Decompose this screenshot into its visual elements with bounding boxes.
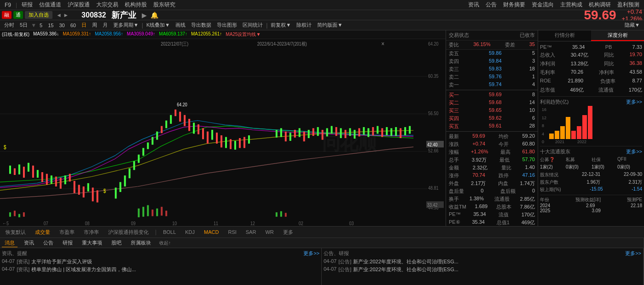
svg-text:✕: ✕ (381, 41, 384, 47)
msg-tab-news[interactable]: 消息 (2, 239, 17, 247)
svg-rect-35 (87, 183, 89, 192)
indicator-pe[interactable]: 市盈率 (56, 228, 78, 237)
sell-1-row: 卖一 59.74 4 (446, 81, 538, 89)
nav-research[interactable]: 研报 (19, 0, 35, 9)
svg-rect-117 (147, 205, 149, 216)
news-right-more[interactable]: 更多>> (625, 250, 641, 257)
svg-rect-33 (78, 185, 80, 194)
indicator-sar[interactable]: SAR (242, 228, 260, 236)
shareholders-section: 十大流通股东 更多>> 公募❓ 私募 社保 QFII 1家(2) 0家(0) 1… (540, 146, 642, 193)
nav-shareholder-research[interactable]: 股东研究 (151, 0, 178, 9)
market-cap-row: 总市值 469亿 流通值 170亿 (540, 86, 642, 94)
svg-rect-112 (14, 211, 16, 216)
toolbar-15min[interactable]: 15 (46, 22, 56, 29)
svg-rect-34 (83, 186, 85, 198)
svg-rect-76 (308, 130, 310, 138)
svg-rect-19 (14, 169, 16, 175)
svg-text:60.35: 60.35 (428, 73, 439, 79)
tab-deep-analysis[interactable]: 深度分析 (591, 30, 644, 41)
toolbar-kline-overlay[interactable]: K线叠加▼ (144, 21, 172, 29)
sell-3-row: 卖三 59.83 18 (446, 65, 538, 73)
toolbar-ex-rights[interactable]: 除权计 (294, 21, 314, 29)
svg-text:52.66: 52.66 (428, 148, 439, 153)
toolbar-5day[interactable]: 5日 (17, 21, 30, 29)
msg-tab-major[interactable]: 重大事项 (79, 239, 105, 247)
svg-rect-66 (239, 138, 241, 148)
msg-tab-announce[interactable]: 公告 (41, 239, 56, 247)
btn-rong[interactable]: 融 (2, 11, 12, 19)
toolbar-more-period[interactable]: 更多周期▼ (111, 21, 141, 29)
stat-zuixin: 最新 59.69 均价 59.20 (449, 133, 535, 140)
svg-rect-96 (400, 128, 401, 138)
svg-rect-75 (303, 132, 305, 141)
indicator-more[interactable]: 更多 (279, 228, 297, 237)
btn-tong[interactable]: 通 (13, 11, 23, 19)
toolbar-fenshi[interactable]: 分时 (2, 21, 17, 29)
tab-market-analysis[interactable]: 行情分析 (538, 30, 591, 41)
nav-valuation[interactable]: 估值通道 (36, 0, 64, 9)
ma250-label: MA25设置均线▼ (226, 31, 261, 38)
svg-text:同花顺: 同花顺 (322, 130, 378, 154)
profit-more-link[interactable]: 更多>> (626, 99, 642, 105)
toolbar-pre-restore[interactable]: 前复权▼ (268, 21, 293, 29)
msg-tab-research[interactable]: 研报 (60, 239, 75, 247)
indicator-wr[interactable]: WR (261, 228, 277, 236)
toolbar-draw[interactable]: 画线 (173, 21, 188, 29)
shareholders-more-link[interactable]: 更多>> (626, 148, 642, 155)
indicator-restore[interactable]: 恢复默认 (2, 228, 29, 237)
bell-icon[interactable]: 🔔 (151, 12, 158, 19)
nav-institution[interactable]: 机构持股 (122, 0, 150, 9)
msg-tab-sector[interactable]: 所属板块 (128, 239, 154, 247)
svg-rect-121 (165, 211, 167, 216)
nav-f9[interactable]: F9 (2, 1, 14, 9)
toolbar-week[interactable]: 周 (90, 21, 99, 29)
nav-block-trade[interactable]: 大宗交易 (93, 0, 121, 9)
svg-rect-45 (147, 142, 149, 149)
nav-main-biz[interactable]: 主营构成 (557, 0, 585, 9)
toolbar-month[interactable]: 月 (100, 21, 110, 29)
nav-news[interactable]: 资讯 (465, 0, 482, 9)
nav-finance[interactable]: 财务摘要 (500, 0, 528, 9)
toolbar-range-stat[interactable]: 区间统计 (240, 21, 265, 29)
indicator-boll[interactable]: BOLL (159, 228, 180, 236)
svg-text:$: $ (4, 144, 6, 150)
svg-rect-97 (404, 127, 406, 135)
chart-svg-area[interactable]: 64.20 60.35 56.50 52.66 48.81 44.96 42.4… (0, 39, 446, 226)
nav-arrow-right[interactable]: ▶ (142, 12, 147, 19)
analysis-content: PE™ 35.34 PB 7.33 总收入 30.47亿 同比 19.70 (538, 41, 644, 215)
toolbar-day[interactable]: 日 (79, 21, 89, 29)
stat-huanshou: 换手 1.38% 流通股 2.85亿 (449, 195, 535, 203)
svg-text:03: 03 (349, 221, 354, 226)
msg-tab-stockbar[interactable]: 股吧 (109, 239, 124, 247)
svg-rect-43 (138, 155, 139, 163)
app-container: F9 | 研报 估值通道 沪深股通 大宗交易 机构持股 股东研究 资讯 公告 财… (0, 0, 644, 285)
toolbar-simple-view[interactable]: 简约版面▼ (315, 21, 345, 29)
msg-tab-info[interactable]: 资讯 (21, 239, 37, 247)
indicator-macd[interactable]: MACD (200, 228, 222, 236)
price-change: +0.74 +1.26% (622, 8, 642, 22)
svg-rect-62 (220, 135, 222, 147)
toolbar-5min[interactable]: 5 (37, 22, 45, 29)
news-left-more[interactable]: 更多>> (303, 250, 319, 257)
svg-rect-42 (133, 161, 135, 170)
indicator-volume[interactable]: 成交量 (31, 228, 54, 237)
stat-wapan: 外盘 2.17万 内盘 1.74万 (449, 180, 535, 187)
toolbar-60min[interactable]: 60 (68, 22, 78, 29)
svg-rect-22 (28, 163, 29, 172)
toolbar-export-data[interactable]: 导出数据 (189, 21, 214, 29)
stat-shouyi: 收益TM 1.689 总股本 7.86亿 (449, 203, 535, 211)
stat-panhou: 盘后量 0 盘后额 0 (449, 187, 535, 195)
nav-hushen[interactable]: 沪深股通 (65, 0, 93, 9)
msg-tabs: 消息 资讯 公告 研报 重大事项 股吧 所属板块 收起↑ (0, 238, 644, 248)
nav-announce[interactable]: 公告 (483, 0, 499, 9)
indicator-kdj[interactable]: KDJ (181, 228, 198, 236)
nav-cashflow[interactable]: 资金流向 (529, 0, 557, 9)
buy-4-row: 买四 59.62 6 (446, 115, 538, 122)
indicator-hushen[interactable]: 沪深股通持股变化 (104, 228, 152, 237)
btn-add-favorite[interactable]: 加入自选 (25, 11, 52, 19)
toolbar-30min[interactable]: 30 (57, 22, 67, 29)
indicator-pb[interactable]: 市净率 (80, 228, 103, 237)
indicator-rsi[interactable]: RSI (224, 228, 240, 236)
toolbar-export-chart[interactable]: 导出图形 (215, 21, 239, 29)
toolbar-hide[interactable]: 隐藏▼ (622, 21, 642, 29)
